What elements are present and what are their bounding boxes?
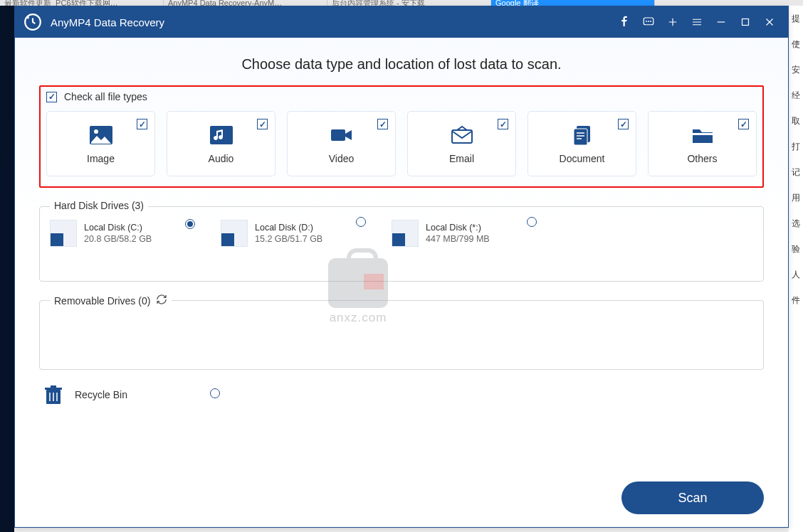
filetype-checkbox[interactable] bbox=[137, 119, 147, 129]
browser-tab[interactable]: 最新软件更新_PC6软件下载网… bbox=[0, 0, 164, 6]
disk-icon bbox=[392, 220, 419, 247]
app-title: AnyMP4 Data Recovery bbox=[51, 16, 610, 28]
check-all-label: Check all file types bbox=[64, 91, 147, 102]
filetype-card-email[interactable]: Email bbox=[407, 111, 516, 176]
filetype-label: Video bbox=[329, 153, 355, 164]
feedback-icon[interactable] bbox=[639, 12, 658, 32]
drive-size: 15.2 GB/51.7 GB bbox=[255, 234, 322, 244]
filetype-checkbox[interactable] bbox=[377, 119, 388, 129]
svg-rect-13 bbox=[693, 133, 713, 135]
drive-radio[interactable] bbox=[527, 217, 537, 227]
recycle-bin-row[interactable]: Recycle Bin bbox=[43, 384, 764, 405]
check-all-checkbox[interactable] bbox=[46, 92, 57, 102]
menu-icon[interactable] bbox=[687, 12, 707, 32]
drive-name: Local Disk (*:) bbox=[426, 223, 490, 233]
desktop-background bbox=[0, 6, 14, 532]
browser-tabstrip: 最新软件更新_PC6软件下载网… AnyMP4 Data Recovery-An… bbox=[0, 0, 803, 6]
share-facebook-icon[interactable] bbox=[614, 12, 634, 32]
image-icon bbox=[89, 124, 113, 146]
video-icon bbox=[330, 124, 354, 146]
minimize-button[interactable] bbox=[711, 12, 731, 32]
filetype-card-video[interactable]: Video bbox=[287, 111, 396, 176]
check-all-row[interactable]: Check all file types bbox=[46, 91, 757, 102]
drive-name: Local Disk (C:) bbox=[84, 223, 152, 233]
filetype-card-document[interactable]: Document bbox=[528, 111, 636, 176]
svg-rect-15 bbox=[45, 388, 62, 390]
drive-item[interactable]: Local Disk (D:) 15.2 GB/51.7 GB bbox=[221, 220, 363, 271]
svg-rect-9 bbox=[331, 129, 345, 141]
recycle-bin-icon bbox=[43, 384, 63, 405]
filetype-checkbox[interactable] bbox=[498, 119, 508, 129]
svg-point-7 bbox=[94, 129, 98, 134]
disk-icon bbox=[50, 220, 77, 247]
filetype-label: Image bbox=[87, 153, 115, 164]
browser-tab[interactable]: 后台内容管理系统 - 安下载 bbox=[327, 0, 491, 6]
app-window: AnyMP4 Data Recovery Choose data type an… bbox=[14, 6, 789, 528]
drive-radio[interactable] bbox=[185, 219, 195, 229]
audio-icon bbox=[209, 124, 233, 146]
filetype-card-audio[interactable]: Audio bbox=[167, 111, 275, 176]
refresh-icon[interactable] bbox=[156, 294, 167, 307]
svg-rect-10 bbox=[452, 130, 472, 143]
drive-name: Local Disk (D:) bbox=[255, 223, 322, 233]
filetype-label: Others bbox=[687, 153, 717, 164]
drive-item[interactable]: Local Disk (*:) 447 MB/799 MB bbox=[392, 220, 534, 271]
filetype-checkbox[interactable] bbox=[738, 119, 749, 129]
document-icon bbox=[570, 124, 594, 146]
drive-radio[interactable] bbox=[356, 217, 366, 227]
drive-size: 20.8 GB/58.2 GB bbox=[84, 234, 152, 244]
svg-rect-12 bbox=[574, 129, 587, 145]
background-page-edge: 提使安 经取打 记用选 验人件 bbox=[789, 6, 803, 532]
app-logo-icon bbox=[23, 13, 42, 31]
filetype-checkbox[interactable] bbox=[257, 119, 268, 129]
close-button[interactable] bbox=[760, 12, 780, 32]
filetype-checkbox[interactable] bbox=[618, 119, 629, 129]
filetype-cards: Image Audio Video bbox=[46, 111, 757, 176]
hdd-section: Hard Disk Drives (3) Local Disk (C:) 20.… bbox=[39, 206, 764, 282]
filetype-label: Audio bbox=[209, 153, 234, 164]
hdd-legend: Hard Disk Drives (3) bbox=[50, 200, 148, 211]
drive-size: 447 MB/799 MB bbox=[426, 234, 490, 244]
filetype-section-highlight: Check all file types Image Audio bbox=[39, 85, 764, 188]
drive-item[interactable]: Local Disk (C:) 20.8 GB/58.2 GB bbox=[50, 220, 192, 271]
recycle-bin-radio[interactable] bbox=[210, 388, 220, 398]
disk-icon bbox=[221, 220, 248, 247]
svg-rect-5 bbox=[742, 19, 749, 26]
removable-legend: Removable Drives (0) bbox=[50, 294, 172, 307]
browser-tab[interactable]: Google 翻译 bbox=[491, 0, 655, 6]
svg-point-3 bbox=[649, 21, 649, 22]
filetype-card-image[interactable]: Image bbox=[46, 111, 155, 176]
recycle-bin-label: Recycle Bin bbox=[75, 389, 127, 400]
plus-icon[interactable] bbox=[663, 12, 683, 32]
svg-rect-16 bbox=[51, 385, 56, 388]
filetype-label: Document bbox=[560, 153, 605, 164]
filetype-card-others[interactable]: Others bbox=[648, 111, 757, 176]
page-heading: Choose data type and location of lost da… bbox=[39, 56, 764, 73]
browser-tab[interactable]: AnyMP4 Data Recovery-AnyM… bbox=[164, 0, 327, 6]
titlebar: AnyMP4 Data Recovery bbox=[15, 6, 788, 38]
email-icon bbox=[450, 124, 474, 146]
app-body: Choose data type and location of lost da… bbox=[15, 38, 788, 527]
removable-section: Removable Drives (0) bbox=[39, 300, 764, 370]
maximize-button[interactable] bbox=[735, 12, 755, 32]
svg-point-2 bbox=[646, 21, 647, 22]
filetype-label: Email bbox=[449, 153, 474, 164]
scan-button[interactable]: Scan bbox=[621, 482, 764, 514]
svg-point-4 bbox=[651, 21, 651, 22]
folder-icon bbox=[691, 124, 715, 146]
